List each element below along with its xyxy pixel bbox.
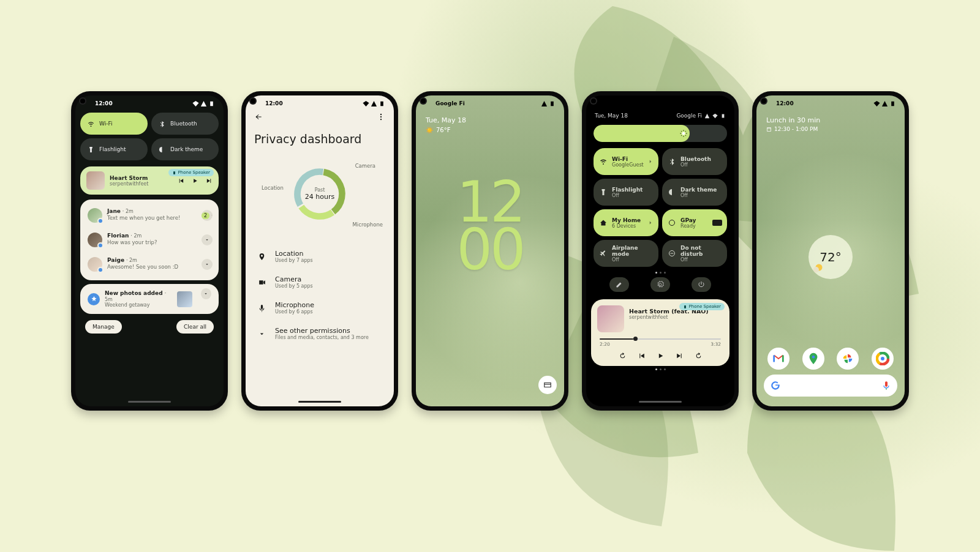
qs-tile-dnd[interactable]: Do not disturbOff xyxy=(662,240,727,267)
qs-tile-airplane[interactable]: Airplane modeOff xyxy=(594,240,658,267)
notification-florian[interactable]: Florian · 2m How was your trip? xyxy=(80,228,219,252)
status-bar: 12:00 xyxy=(756,95,905,111)
perm-row-other[interactable]: See other permissionsFiles and media, co… xyxy=(246,321,394,346)
microphone-icon xyxy=(257,304,266,312)
qs-bluetooth-label: Bluetooth xyxy=(170,121,197,127)
search-bar[interactable] xyxy=(764,375,897,397)
status-icons xyxy=(192,100,215,107)
qs-tile-bluetooth[interactable]: BluetoothOff xyxy=(662,148,727,175)
play-icon[interactable] xyxy=(192,177,198,184)
weather-widget[interactable]: 72° xyxy=(809,235,853,279)
status-icons xyxy=(873,100,896,107)
dnd-icon xyxy=(668,250,676,257)
photos-icon[interactable] xyxy=(837,348,859,370)
avatar xyxy=(88,257,102,272)
qs-wifi[interactable]: Wi-Fi xyxy=(80,113,148,135)
status-clock: 12:00 xyxy=(265,100,283,106)
svg-point-11 xyxy=(812,356,815,359)
phone-2-privacy-dashboard: 12:00 Privacy dashboard Past 24 hours Lo… xyxy=(242,92,398,410)
darktheme-icon xyxy=(668,188,676,196)
camera-icon xyxy=(257,278,266,286)
lockscreen-clock: 12 00 xyxy=(416,179,564,274)
qs-bluetooth[interactable]: Bluetooth xyxy=(151,113,219,135)
mic-icon[interactable] xyxy=(881,381,891,390)
status-bar: 12:00 xyxy=(246,95,394,111)
prev-icon[interactable] xyxy=(638,352,646,360)
gpay-icon xyxy=(668,219,676,226)
phone-3-lock-screen: Google Fi Tue, May 18 ☀️ 76°F 12 00 xyxy=(412,92,568,410)
notification-photos[interactable]: New photos added · 5m Weekend getaway xyxy=(80,284,219,314)
chevron-right-icon xyxy=(647,159,654,165)
card-icon xyxy=(712,220,722,226)
status-carrier: Google Fi xyxy=(435,100,465,106)
qs-flashlight[interactable]: Flashlight xyxy=(80,138,148,160)
chrome-icon[interactable] xyxy=(872,348,894,370)
next-icon[interactable] xyxy=(676,352,684,360)
qs-darktheme-label: Dark theme xyxy=(170,146,203,152)
status-icons xyxy=(541,100,556,107)
rewind-icon[interactable] xyxy=(619,352,627,360)
qs-tile-home[interactable]: My Home6 Devices xyxy=(594,209,658,236)
notification-paige[interactable]: Paige · 2m Awesome! See you soon :D xyxy=(80,252,219,277)
media-card[interactable]: Phone Speaker Heart Storm (feat. NAO) se… xyxy=(591,299,729,366)
calendar-icon xyxy=(766,127,772,132)
media-progress[interactable] xyxy=(600,338,721,340)
clear-all-button[interactable]: Clear all xyxy=(176,320,214,334)
status-bar: Google Fi xyxy=(416,95,564,111)
qs-tile-wifi[interactable]: Wi-FiGoogleGuest xyxy=(594,148,658,175)
expand-icon[interactable]: 2 xyxy=(202,210,213,221)
media-page-indicator xyxy=(586,368,734,370)
qs-wifi-label: Wi-Fi xyxy=(99,121,112,127)
perm-row-microphone[interactable]: MicrophoneUsed by 6 apps xyxy=(246,295,394,321)
more-icon[interactable] xyxy=(377,113,385,121)
prev-icon[interactable] xyxy=(178,177,184,184)
qs-darktheme[interactable]: Dark theme xyxy=(151,138,219,160)
forward-icon[interactable] xyxy=(695,352,703,360)
qs-tile-flashlight[interactable]: FlashlightOff xyxy=(594,179,658,206)
edit-button[interactable] xyxy=(609,277,629,292)
location-icon xyxy=(257,253,266,261)
brightness-slider[interactable] xyxy=(594,125,727,142)
conversation-group: Jane · 2m Text me when you get here! 2 F… xyxy=(80,200,219,280)
media-card[interactable]: Phone Speaker Heart Storm serpentwithfee… xyxy=(80,166,219,195)
status-bar: 12:00 xyxy=(75,95,224,111)
media-output-badge[interactable]: Phone Speaker xyxy=(168,169,214,176)
sun-icon: ☀️ xyxy=(426,127,433,133)
expand-icon[interactable] xyxy=(201,288,211,299)
photos-icon xyxy=(88,293,100,305)
wifi-icon xyxy=(600,158,607,165)
power-button[interactable] xyxy=(692,277,711,292)
svg-point-16 xyxy=(880,356,884,360)
qs-tile-gpay[interactable]: GPayReady xyxy=(662,209,727,236)
back-icon[interactable] xyxy=(254,113,263,121)
qs-flashlight-label: Flashlight xyxy=(99,146,126,152)
perm-row-location[interactable]: LocationUsed by 7 apps xyxy=(246,244,394,269)
chevron-down-icon xyxy=(257,330,266,338)
manage-button[interactable]: Manage xyxy=(85,320,122,334)
status-clock: 12:00 xyxy=(776,100,794,106)
svg-point-1 xyxy=(380,116,382,117)
media-artist: serpentwithfeet xyxy=(629,315,723,320)
sun-icon xyxy=(812,261,826,274)
media-thumbnail xyxy=(86,171,105,190)
wallet-button[interactable] xyxy=(538,376,557,394)
svg-point-10 xyxy=(813,267,819,272)
media-output-badge[interactable]: Phone Speaker xyxy=(679,303,725,310)
brightness-icon xyxy=(680,130,687,137)
maps-icon[interactable] xyxy=(802,348,824,370)
play-icon[interactable] xyxy=(657,352,665,360)
settings-button[interactable] xyxy=(650,277,670,292)
expand-icon[interactable] xyxy=(202,259,213,270)
next-icon[interactable] xyxy=(206,177,213,184)
google-g-icon xyxy=(770,380,781,391)
perm-row-camera[interactable]: CameraUsed by 5 apps xyxy=(246,269,394,295)
gmail-icon[interactable] xyxy=(767,348,790,370)
photo-thumbnail xyxy=(177,291,192,307)
qs-tile-darktheme[interactable]: Dark themeOff xyxy=(662,179,727,206)
notification-jane[interactable]: Jane · 2m Text me when you get here! 2 xyxy=(80,203,219,228)
home-icon xyxy=(600,219,607,226)
phone-4-quick-settings: Tue, May 18 Google Fi Wi-FiGoogleGuest B… xyxy=(582,92,738,410)
qs-carrier: Google Fi xyxy=(676,113,702,119)
page-indicator xyxy=(586,272,734,274)
expand-icon[interactable] xyxy=(202,234,213,245)
